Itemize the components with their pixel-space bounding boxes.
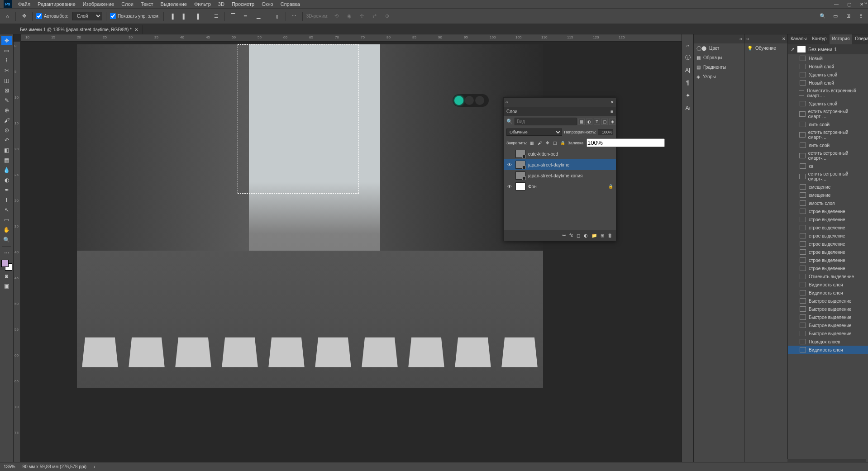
color-swatches[interactable] bbox=[1, 260, 12, 271]
crop-tool[interactable]: ◫ bbox=[1, 76, 12, 85]
learn-button[interactable]: 💡 Обучение bbox=[744, 43, 787, 53]
layer-name[interactable]: japan-street-daytime копия bbox=[528, 173, 613, 178]
path-select-tool[interactable]: ↖ bbox=[1, 205, 12, 214]
visibility-icon[interactable]: 👁 bbox=[506, 162, 513, 167]
layer-thumb[interactable] bbox=[515, 161, 525, 169]
history-step[interactable]: Быстрое выделение bbox=[788, 297, 868, 305]
text-tool[interactable]: T bbox=[1, 195, 12, 205]
menu-справка[interactable]: Справка bbox=[277, 0, 304, 8]
home-icon[interactable]: ⌂ bbox=[3, 12, 12, 21]
info-panel-icon[interactable]: ⓘ bbox=[684, 53, 692, 62]
auto-select-target[interactable]: Слой bbox=[72, 12, 102, 20]
layer-name[interactable]: Фон bbox=[528, 184, 606, 189]
fill-input[interactable] bbox=[587, 138, 665, 147]
history-step[interactable]: строе выделение bbox=[788, 256, 868, 264]
filter-adjust-icon[interactable]: ◐ bbox=[586, 119, 592, 125]
history-step[interactable]: Быстрое выделение bbox=[788, 313, 868, 321]
menu-окно[interactable]: Окно bbox=[258, 0, 277, 8]
history-step[interactable]: Видимость слоя bbox=[788, 281, 868, 289]
panel-градиенты[interactable]: ▤Градиенты bbox=[694, 62, 744, 72]
history-list[interactable]: НовыйНовый слойУдалить слойНовый слойПом… bbox=[788, 54, 868, 371]
layer-row[interactable]: 👁japan-street-daytime bbox=[504, 159, 616, 170]
history-step[interactable]: Видимость слоя bbox=[788, 289, 868, 297]
history-step[interactable]: лить слой bbox=[788, 141, 868, 149]
menu-текст[interactable]: Текст bbox=[137, 0, 157, 8]
layer-mask-icon[interactable]: ◻ bbox=[577, 233, 580, 238]
hand-tool[interactable]: ✋ bbox=[1, 225, 12, 234]
edit-toolbar[interactable]: ⋯ bbox=[1, 248, 12, 257]
history-step[interactable]: Порядок слоев bbox=[788, 338, 868, 346]
auto-select-checkbox[interactable]: Автовыбор: bbox=[36, 13, 68, 19]
layer-name[interactable]: japan-street-daytime bbox=[528, 162, 613, 167]
3d-slide-icon[interactable]: ⇄ bbox=[370, 12, 379, 21]
layers-tab[interactable]: Слои ≡ bbox=[504, 107, 616, 116]
history-step[interactable]: естить встроенный смарт-… bbox=[788, 149, 868, 162]
shape-tool[interactable]: ▭ bbox=[1, 215, 12, 224]
tab-каналы[interactable]: Каналы bbox=[788, 34, 810, 44]
menu-слои[interactable]: Слои bbox=[118, 0, 137, 8]
history-step[interactable]: Удалить слой bbox=[788, 100, 868, 108]
align-center-h-icon[interactable]: ▌ bbox=[180, 12, 189, 21]
distribute-icon[interactable]: ☰ bbox=[212, 12, 221, 21]
menu-файл[interactable]: Файл bbox=[14, 0, 34, 8]
3d-zoom-icon[interactable]: ⊕ bbox=[383, 12, 392, 21]
frame-tool[interactable]: ⊠ bbox=[1, 86, 12, 95]
history-step[interactable]: Быстрое выделение bbox=[788, 305, 868, 313]
blend-mode-select[interactable]: Обычные bbox=[506, 128, 562, 136]
canvas-image[interactable] bbox=[77, 44, 543, 388]
lock-position-icon[interactable]: ✥ bbox=[544, 140, 551, 146]
character-panel-icon[interactable]: A| bbox=[684, 66, 692, 74]
history-step[interactable]: Быстрое выделение bbox=[788, 329, 868, 338]
3d-roll-icon[interactable]: ◉ bbox=[345, 12, 354, 21]
layer-group-icon[interactable]: 📁 bbox=[591, 233, 597, 238]
styles-panel-icon[interactable]: Aᵢ bbox=[684, 104, 692, 112]
pen-tool[interactable]: ✒ bbox=[1, 186, 12, 195]
align-right-icon[interactable]: ▐ bbox=[193, 12, 202, 21]
history-step[interactable]: Быстрое выделение bbox=[788, 321, 868, 329]
opacity-input[interactable] bbox=[598, 129, 613, 135]
quick-select-tool[interactable]: ✂ bbox=[1, 66, 12, 75]
3d-orbit-icon[interactable]: ⟲ bbox=[332, 12, 341, 21]
history-step[interactable]: строе выделение bbox=[788, 248, 868, 256]
arrange-icon[interactable]: ▭ bbox=[831, 12, 840, 21]
layer-row[interactable]: 👁Фон🔒 bbox=[504, 181, 616, 192]
lock-all-icon[interactable]: 🔒 bbox=[560, 140, 566, 146]
visibility-icon[interactable]: 👁 bbox=[506, 184, 513, 189]
maximize-button[interactable]: ▢ bbox=[843, 0, 855, 8]
clone-stamp-tool[interactable]: ⊙ bbox=[1, 126, 12, 135]
document-info[interactable]: 90 мм x 59,88 мм (276,578 ppi) bbox=[23, 464, 86, 469]
history-step[interactable]: Новый bbox=[788, 54, 868, 62]
menu-фильтр[interactable]: Фильтр bbox=[191, 0, 215, 8]
adjustment-layer-icon[interactable]: ◐ bbox=[584, 233, 588, 238]
layer-row[interactable]: japan-street-daytime копия bbox=[504, 170, 616, 181]
history-step[interactable]: естить встроенный смарт-… bbox=[788, 108, 868, 120]
lock-transparency-icon[interactable]: ▦ bbox=[529, 140, 535, 146]
filter-shape-icon[interactable]: ▢ bbox=[601, 119, 608, 125]
layers-menu-icon[interactable]: ≡ bbox=[610, 109, 613, 114]
foreground-color[interactable] bbox=[1, 260, 9, 267]
history-brush-tool[interactable]: ↶ bbox=[1, 136, 12, 145]
history-step[interactable]: строе выделение bbox=[788, 224, 868, 232]
glyphs-panel-icon[interactable]: ✦ bbox=[684, 91, 692, 100]
search-icon[interactable]: 🔍 bbox=[818, 12, 827, 21]
layer-thumb[interactable] bbox=[515, 182, 525, 190]
layer-row[interactable]: cute-kitten-bed bbox=[504, 148, 616, 159]
history-step[interactable]: Новый слой bbox=[788, 62, 868, 71]
brush-tool[interactable]: 🖌 bbox=[1, 116, 12, 125]
history-step[interactable]: строе выделение bbox=[788, 215, 868, 224]
tab-операц[interactable]: Операц bbox=[852, 34, 868, 44]
share-icon[interactable]: ⇪ bbox=[856, 12, 865, 21]
healing-brush-tool[interactable]: ⊕ bbox=[1, 106, 12, 115]
history-step[interactable]: емещение bbox=[788, 183, 868, 191]
filter-pixel-icon[interactable]: ▩ bbox=[578, 119, 585, 125]
layers-filter-input[interactable] bbox=[515, 118, 577, 125]
tab-история[interactable]: История bbox=[830, 34, 853, 44]
history-step[interactable]: Удалить слой bbox=[788, 71, 868, 79]
close-tab-icon[interactable]: ✕ bbox=[134, 27, 138, 32]
new-layer-icon[interactable]: ⊞ bbox=[601, 233, 604, 238]
marquee-tool[interactable]: ▭ bbox=[1, 46, 12, 55]
panel-образцы[interactable]: ▦Образцы bbox=[694, 53, 744, 62]
align-center-v-icon[interactable]: ━ bbox=[241, 12, 250, 21]
show-transform-checkbox[interactable]: Показать упр. элем. bbox=[110, 13, 160, 19]
minimize-button[interactable]: — bbox=[830, 0, 843, 8]
